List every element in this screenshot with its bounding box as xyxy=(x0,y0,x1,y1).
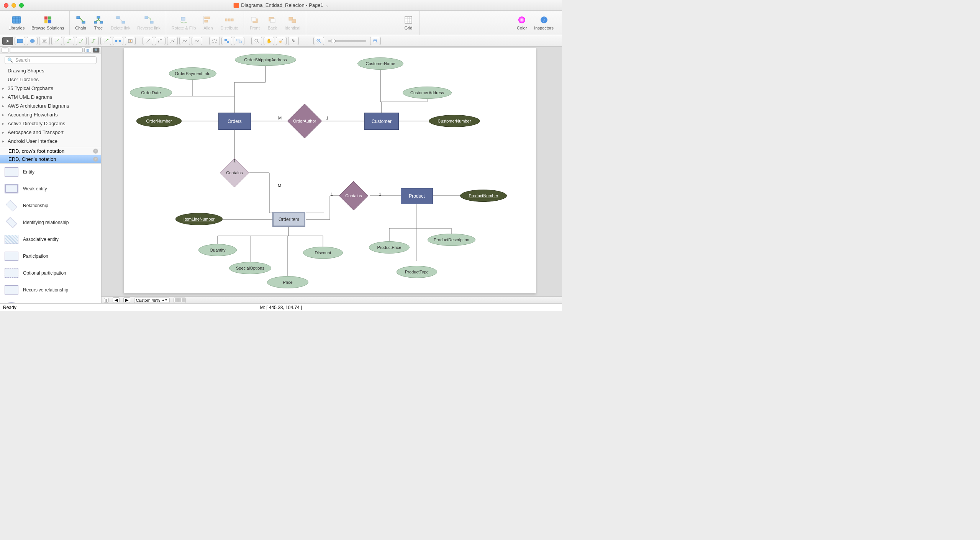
close-icon[interactable] xyxy=(4,3,8,8)
shape-item[interactable]: Associative entity xyxy=(0,231,101,248)
inspectors-button[interactable]: i Inspectors xyxy=(534,15,554,30)
library-item[interactable]: User Libraries xyxy=(0,75,101,84)
minimize-icon[interactable] xyxy=(11,3,16,8)
browse-solutions-button[interactable]: Browse Solutions xyxy=(31,15,64,30)
search-input[interactable]: 🔍 Search xyxy=(5,56,97,64)
sidebar-tree-view-button[interactable]: ☰ xyxy=(2,47,8,53)
attribute-price[interactable]: Price xyxy=(267,276,308,288)
close-tab-icon[interactable]: × xyxy=(93,157,98,162)
attribute-orderpayment[interactable]: OrderPayment Info xyxy=(169,67,216,80)
svg-rect-15 xyxy=(122,21,125,23)
shape-item[interactable]: Recursive relationship xyxy=(0,281,101,298)
color-button[interactable]: Color xyxy=(516,15,527,30)
spline-tool-button[interactable] xyxy=(179,37,190,45)
sidebar-filter-input[interactable] xyxy=(10,47,83,53)
attribute-specialoptions[interactable]: SpecialOptions xyxy=(229,262,271,274)
canvas[interactable]: OrderDate OrderPayment Info OrderShippin… xyxy=(102,47,562,303)
keyattr-itemlinenumber[interactable]: ItemLineNumber xyxy=(175,213,223,225)
attribute-customername[interactable]: CustomerName xyxy=(357,57,403,70)
sidebar-search-button[interactable]: 🔍 xyxy=(93,47,100,53)
connector-3-button[interactable] xyxy=(76,37,87,45)
shape-list[interactable]: Entity Weak entity Relationship Identify… xyxy=(0,163,101,303)
zoom-out-button[interactable] xyxy=(313,37,324,45)
rect-tool-button[interactable] xyxy=(15,37,25,45)
connector-5-button[interactable] xyxy=(100,37,111,45)
shape-item[interactable]: Participation xyxy=(0,248,101,265)
pan-tool-button[interactable]: ✋ xyxy=(264,37,274,45)
entity-product[interactable]: Product xyxy=(401,188,433,204)
attribute-productdescription[interactable]: ProductDescription xyxy=(428,234,475,246)
entity-orders[interactable]: Orders xyxy=(218,113,251,130)
curve-tool-button[interactable] xyxy=(155,37,166,45)
attribute-orderdate[interactable]: OrderDate xyxy=(130,87,172,99)
library-item[interactable]: Active Directory Diagrams xyxy=(0,119,101,128)
library-item[interactable]: ATM UML Diagrams xyxy=(0,93,101,101)
maximize-icon[interactable] xyxy=(19,3,24,8)
library-list[interactable]: Drawing Shapes User Libraries 25 Typical… xyxy=(0,66,101,147)
poly-tool-button[interactable] xyxy=(167,37,178,45)
svg-line-59 xyxy=(257,42,259,43)
connector-4-button[interactable] xyxy=(88,37,99,45)
next-page-button[interactable]: ▶ xyxy=(123,297,130,303)
attribute-productprice[interactable]: ProductPrice xyxy=(369,241,410,254)
freehand-tool-button[interactable] xyxy=(192,37,202,45)
prev-page-button[interactable]: ◀ xyxy=(113,297,120,303)
shape-item[interactable]: Weak entity xyxy=(0,180,101,197)
library-item[interactable]: Drawing Shapes xyxy=(0,66,101,75)
edit-tool-button[interactable]: ✎ xyxy=(288,37,299,45)
attribute-quantity[interactable]: Quantity xyxy=(198,244,237,256)
attribute-customeraddress[interactable]: CustomerAddress xyxy=(403,87,452,99)
connector-6-button[interactable] xyxy=(113,37,123,45)
library-item[interactable]: Accounting Flowcharts xyxy=(0,110,101,119)
zoom-slider[interactable] xyxy=(328,40,366,42)
zoom-select[interactable]: Custom 49% ▲▼ xyxy=(134,298,170,303)
connector-2-button[interactable] xyxy=(64,37,74,45)
shape-item[interactable]: Attribute xyxy=(0,298,101,303)
zoom-in-button[interactable] xyxy=(370,37,381,45)
relationship-contains-bottom[interactable]: Contains xyxy=(343,185,364,206)
library-item[interactable]: Area Charts xyxy=(0,146,101,147)
text-tool-button[interactable] xyxy=(39,37,50,45)
library-item[interactable]: Android User Interface xyxy=(0,137,101,146)
zoom-tool-button[interactable] xyxy=(251,37,262,45)
keyattr-productnumber[interactable]: ProductNumber xyxy=(460,190,507,202)
ellipse-tool-button[interactable] xyxy=(27,37,38,45)
attribute-discount[interactable]: Discount xyxy=(303,247,343,259)
library-item[interactable]: 25 Typical Orgcharts xyxy=(0,84,101,93)
svg-rect-0 xyxy=(12,16,21,23)
keyattr-ordernumber[interactable]: OrderNumber xyxy=(136,115,182,127)
shape-item[interactable]: Optional participation xyxy=(0,265,101,281)
connector-1-button[interactable] xyxy=(51,37,62,45)
library-item[interactable]: Aerospace and Transport xyxy=(0,128,101,137)
entity-customer[interactable]: Customer xyxy=(364,113,399,130)
close-tab-icon[interactable]: × xyxy=(93,149,98,154)
keyattr-customernumber[interactable]: CustomerNumber xyxy=(429,115,480,127)
attribute-ordershipping[interactable]: OrderShippingAddress xyxy=(235,54,296,66)
crop-tool-button[interactable] xyxy=(209,37,220,45)
relationship-contains-top[interactable]: Contains xyxy=(224,162,245,183)
libraries-button[interactable]: Libraries xyxy=(8,15,25,30)
view-mode-toggle[interactable] xyxy=(174,298,186,303)
shape-item[interactable]: Identifying relationship xyxy=(0,214,101,231)
tree-button[interactable]: Tree xyxy=(93,15,104,30)
line-tool-button[interactable] xyxy=(143,37,153,45)
relationship-orderauthor[interactable]: OrderAuthor xyxy=(292,109,317,133)
sidebar-grid-view-button[interactable]: ▦ xyxy=(84,47,91,53)
entity-orderitem[interactable]: OrderItem xyxy=(272,212,305,227)
open-library-tab[interactable]: ERD, crow's foot notation × xyxy=(0,147,101,155)
chain-button[interactable]: Chain xyxy=(75,15,86,30)
attribute-producttype[interactable]: ProductType xyxy=(397,266,437,278)
group-tool-button[interactable] xyxy=(221,37,232,45)
shape-item[interactable]: Entity xyxy=(0,164,101,180)
snap-tool-button[interactable] xyxy=(125,37,136,45)
grid-button[interactable]: Grid xyxy=(403,15,414,30)
chevron-down-icon[interactable]: ⌄ xyxy=(326,3,329,7)
svg-point-58 xyxy=(255,39,258,42)
ungroup-tool-button[interactable] xyxy=(234,37,244,45)
eyedropper-tool-button[interactable] xyxy=(276,37,287,45)
pager-toggle-button[interactable]: || xyxy=(104,298,109,303)
pointer-tool-button[interactable]: ➤ xyxy=(2,37,13,45)
open-library-tab-active[interactable]: ERD, Chen's notation × xyxy=(0,155,101,163)
shape-item[interactable]: Relationship xyxy=(0,197,101,214)
library-item[interactable]: AWS Architecture Diagrams xyxy=(0,101,101,110)
